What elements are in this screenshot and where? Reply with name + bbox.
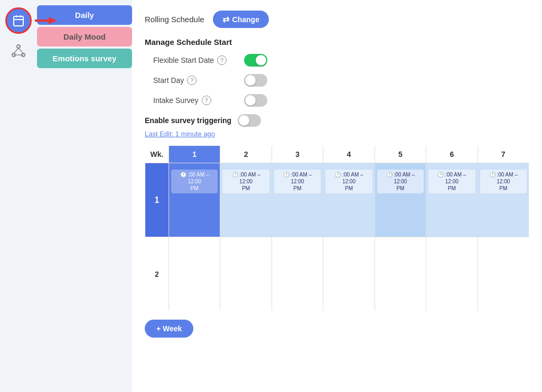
flexible-start-help-icon[interactable]: ? — [217, 55, 227, 65]
week1-day2[interactable]: 🕐 :00 AM – 12:00PM — [220, 163, 272, 237]
col-header-3: 3 — [272, 146, 323, 163]
change-btn-label: Change — [232, 15, 259, 24]
week1-day7[interactable]: 🕐 :00 AM – 12:00PM — [478, 163, 529, 237]
week2-day2[interactable] — [220, 237, 272, 311]
calendar-icon — [12, 14, 25, 27]
clock-icon: 🕐 — [437, 172, 444, 178]
timeslot-w1-d2[interactable]: 🕐 :00 AM – 12:00PM — [222, 170, 269, 193]
col-header-4: 4 — [323, 146, 375, 163]
change-button[interactable]: ⇄ Change — [213, 11, 269, 28]
clock-icon: 🕐 — [232, 172, 238, 178]
week2-day6[interactable] — [426, 237, 478, 311]
col-header-6: 6 — [426, 146, 478, 163]
timeslot-w1-d7[interactable]: 🕐 :00 AM – 12:00PM — [480, 170, 527, 193]
enable-triggering-label: Enable survey triggering — [145, 116, 231, 125]
intake-survey-row: Intake Survey ? — [153, 94, 529, 107]
panel-item-emotions-survey[interactable]: Emotions survey — [37, 49, 132, 68]
intake-survey-toggle[interactable] — [244, 94, 267, 107]
main-content: Rolling Schedule ⇄ Change Manage Schedul… — [132, 0, 542, 392]
enable-triggering-toggle[interactable] — [238, 114, 261, 127]
wk-header: Wk. — [145, 146, 169, 163]
clock-icon: 🕐 — [386, 172, 393, 178]
col-header-2: 2 — [220, 146, 272, 163]
add-week-button[interactable]: + Week — [145, 320, 193, 338]
sidebar — [0, 0, 37, 392]
rolling-schedule-label: Rolling Schedule — [145, 15, 204, 24]
flexible-start-toggle[interactable] — [244, 54, 267, 67]
flexible-start-row: Flexible Start Date ? — [153, 54, 529, 67]
clock-icon: 🕐 — [334, 172, 341, 178]
intake-survey-help-icon[interactable]: ? — [202, 96, 211, 105]
rolling-schedule-row: Rolling Schedule ⇄ Change — [145, 11, 529, 28]
svg-point-6 — [17, 45, 20, 48]
nav-panel: Daily Daily Mood Emotions survey — [37, 0, 132, 392]
start-day-toggle[interactable] — [244, 74, 267, 87]
svg-rect-0 — [14, 16, 23, 26]
clock-icon: 🕐 — [489, 172, 496, 178]
week2-day7[interactable] — [478, 237, 529, 311]
svg-line-9 — [14, 48, 18, 53]
week1-day4[interactable]: 🕐 :00 AM – 12:00PM — [323, 163, 375, 237]
start-day-help-icon[interactable]: ? — [187, 76, 197, 85]
start-day-label: Start Day ? — [153, 76, 238, 85]
table-row: 1 🕐 :00 AM – 12:00PM 🕐 :00 AM – 12:00PM … — [145, 163, 529, 237]
last-edit-label[interactable]: Last Edit: 1 minute ago — [145, 130, 529, 138]
flexible-start-label: Flexible Start Date ? — [153, 55, 238, 65]
clock-icon: 🕐 — [283, 172, 289, 178]
network-icon — [11, 43, 26, 58]
change-arrows-icon: ⇄ — [222, 14, 229, 24]
intake-survey-label: Intake Survey ? — [153, 96, 238, 105]
timeslot-w1-d5[interactable]: 🕐 :00 AM – 12:00PM — [377, 170, 424, 193]
week2-day5[interactable] — [375, 237, 426, 311]
network-nav-button[interactable] — [7, 39, 30, 62]
start-day-row: Start Day ? — [153, 74, 529, 87]
panel-item-daily-mood[interactable]: Daily Mood — [37, 27, 132, 46]
week2-day1[interactable] — [169, 237, 220, 311]
week1-day5[interactable]: 🕐 :00 AM – 12:00PM — [375, 163, 426, 237]
panel-item-daily[interactable]: Daily — [37, 5, 132, 25]
timeslot-w1-d1[interactable]: 🕐 :00 AM – 12:00PM — [171, 170, 218, 193]
calendar-nav-button[interactable] — [5, 7, 32, 34]
week2-day4[interactable] — [323, 237, 375, 311]
week1-day3[interactable]: 🕐 :00 AM – 12:00PM — [272, 163, 323, 237]
clock-icon: 🕐 — [180, 172, 186, 178]
table-row: 2 — [145, 237, 529, 311]
week1-number: 1 — [145, 163, 169, 237]
svg-line-10 — [18, 48, 23, 53]
week2-day3[interactable] — [272, 237, 323, 311]
timeslot-w1-d6[interactable]: 🕐 :00 AM – 12:00PM — [428, 170, 475, 193]
manage-section-title: Manage Schedule Start — [145, 38, 529, 46]
col-header-5: 5 — [375, 146, 426, 163]
week1-day6[interactable]: 🕐 :00 AM – 12:00PM — [426, 163, 478, 237]
timeslot-w1-d4[interactable]: 🕐 :00 AM – 12:00PM — [325, 170, 372, 193]
timeslot-w1-d3[interactable]: 🕐 :00 AM – 12:00PM — [274, 170, 321, 193]
week1-day1[interactable]: 🕐 :00 AM – 12:00PM — [169, 163, 220, 237]
week2-number: 2 — [145, 237, 169, 311]
schedule-calendar: Wk. 1 2 3 4 5 6 7 1 🕐 :00 AM – 12:00PM — [145, 145, 529, 311]
enable-triggering-row: Enable survey triggering — [145, 114, 529, 127]
col-header-7: 7 — [478, 146, 529, 163]
col-header-1: 1 — [169, 146, 220, 163]
